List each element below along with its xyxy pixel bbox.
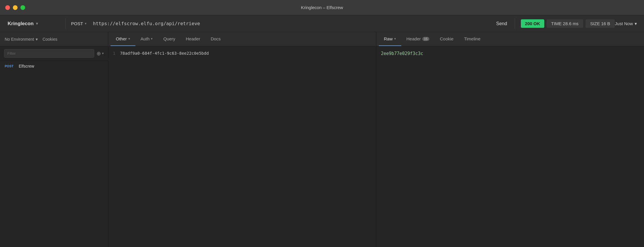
tab-raw-chevron-icon: ▾ [394,37,396,41]
tab-raw[interactable]: Raw ▾ [379,32,401,46]
request-body: 178adf9a0-684f-4fc1-9c63-8ee22c0e5bdd [108,46,376,60]
environment-selector[interactable]: No Environment ▾ [5,37,38,42]
list-item[interactable]: POST Elfscrew [0,61,108,71]
line-number-1: 1 [113,51,115,56]
tab-auth-label: Auth [141,36,150,41]
tab-docs[interactable]: Docs [205,32,226,46]
response-content: 2ee9b77e029f3c3c [381,51,423,56]
tab-response-header[interactable]: Header 15 [401,32,435,46]
tab-docs-label: Docs [211,36,221,41]
tab-other-chevron-icon: ▾ [128,37,130,41]
sidebar: ⊕ ▾ POST Elfscrew [0,46,108,247]
tab-raw-label: Raw [384,36,393,41]
method-label: POST [71,21,83,26]
filter-input[interactable] [4,49,94,58]
close-button[interactable] [5,5,10,10]
minimize-button[interactable] [13,5,18,10]
header-count-badge: 15 [422,37,429,41]
request-panel: 178adf9a0-684f-4fc1-9c63-8ee22c0e5bdd [108,46,376,247]
request-body-line1: 78adf9a0-684f-4fc1-9c63-8ee22c0e5bdd [120,51,209,56]
workspace-chevron-icon: ▾ [36,21,38,26]
response-panel: 2ee9b77e029f3c3c [376,46,644,247]
env-chevron-icon: ▾ [36,37,38,42]
tab-cookie-label: Cookie [440,36,454,41]
toolbar-divider [66,18,66,29]
timestamp-label: Just Now [615,21,633,26]
workspace-label: Kringlecon [8,21,34,27]
tab-timeline[interactable]: Timeline [459,32,486,46]
sub-toolbar: No Environment ▾ Cookies Other ▾ Auth ▾ … [0,32,644,46]
tab-query[interactable]: Query [158,32,180,46]
main-toolbar: Kringlecon ▾ POST ▾ Send 200 OK TIME 28.… [0,15,644,32]
tab-timeline-label: Timeline [464,36,481,41]
item-method-label: POST [5,64,15,68]
time-badge: TIME 28.6 ms [547,19,583,28]
tab-cookie[interactable]: Cookie [435,32,459,46]
add-request-button[interactable]: ⊕ ▾ [97,50,104,57]
traffic-lights [5,5,25,10]
tab-other-label: Other [116,36,127,41]
tab-query-label: Query [163,36,175,41]
filter-bar: ⊕ ▾ [0,46,108,61]
tab-header-label: Header [186,36,200,41]
env-label: No Environment [5,37,34,42]
main-content: ⊕ ▾ POST Elfscrew 178adf9a0-684f-4fc1-9c… [0,46,644,247]
tab-auth-chevron-icon: ▾ [151,37,153,41]
timestamp-chevron-icon: ▾ [635,21,637,26]
maximize-button[interactable] [20,5,25,10]
response-body: 2ee9b77e029f3c3c [376,46,644,61]
titlebar: Kringlecon – Elfscrew [0,0,644,15]
timestamp: Just Now ▾ [615,21,639,26]
plus-icon: ⊕ [97,50,101,57]
window-title: Kringlecon – Elfscrew [301,5,343,10]
size-badge: SIZE 16 B [586,19,615,28]
tab-auth[interactable]: Auth ▾ [135,32,158,46]
url-input[interactable] [89,18,491,29]
request-tabs-bar: Other ▾ Auth ▾ Query Header Docs [108,32,376,46]
send-button[interactable]: Send [491,19,512,29]
status-badge: 200 OK [521,19,544,28]
response-tabs-bar: Raw ▾ Header 15 Cookie Timeline [376,32,644,46]
method-selector[interactable]: POST ▾ [68,19,89,28]
item-name-label: Elfscrew [19,64,34,68]
method-chevron-icon: ▾ [85,22,87,25]
tab-response-header-label: Header [407,36,421,41]
add-chevron-icon: ▾ [102,52,104,55]
workspace-selector[interactable]: Kringlecon ▾ [5,21,63,27]
tab-other[interactable]: Other ▾ [111,32,135,46]
sidebar-subtoolbar: No Environment ▾ Cookies [0,32,108,46]
cookies-button[interactable]: Cookies [42,37,57,42]
toolbar-divider-2 [515,18,515,29]
tab-header[interactable]: Header [180,32,205,46]
